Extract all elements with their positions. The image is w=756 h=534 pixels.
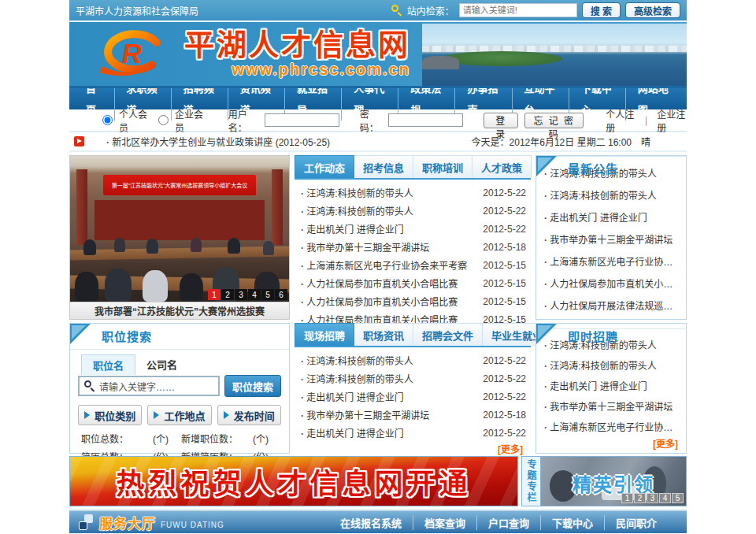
tab-work-news[interactable]: 工作动态 [295, 155, 354, 178]
personal-member-label[interactable]: 个人会员 [119, 107, 149, 134]
photo-page-button[interactable]: 2 [221, 289, 234, 300]
list-item-title[interactable]: 汪鸿涛:科技创新的带头人 [544, 358, 681, 372]
work-news-list: 汪鸿涛:科技创新的带头人2012-5-22 汪鸿涛:科技创新的带头人2012-5… [295, 180, 531, 328]
site-search-input[interactable] [459, 3, 577, 17]
celebration-banner[interactable]: 热烈祝贺人才信息网开通 [69, 456, 518, 506]
list-item[interactable]: 汪鸿涛:科技创新的带头人 [544, 354, 681, 375]
special-column-label[interactable]: 专题专栏 [522, 457, 541, 506]
username-input[interactable] [265, 113, 339, 127]
list-item-title[interactable]: 我市举办第十三期金平湖讲坛 [544, 399, 681, 413]
link-online-registration[interactable]: 在线报名系统 [329, 515, 413, 530]
advanced-search-button[interactable]: 高级检索 [625, 2, 680, 18]
list-item-title[interactable]: 人力社保局开展法律法规巡回培训 [544, 299, 681, 312]
news-item-title[interactable]: 上海浦东新区光电子行业协会来平考察 [301, 258, 478, 272]
login-button[interactable]: 登 录 [484, 113, 518, 128]
elite-banner[interactable]: 精英引领 1 2 3 4 5 [541, 457, 686, 506]
link-archive-query[interactable]: 档案查询 [413, 515, 476, 530]
tab-title-training[interactable]: 职称培训 [413, 155, 472, 178]
photo-page-button[interactable]: 4 [248, 289, 261, 300]
list-item-title[interactable]: 上海浦东新区光电子行业协会来平考 [544, 420, 681, 433]
link-private-agency[interactable]: 民间职介 [604, 515, 668, 530]
list-item[interactable]: 走出机关门 进得企业门 [544, 206, 681, 228]
news-item[interactable]: 走出机关门 进得企业门2012-5-22 [301, 220, 526, 238]
latest-notice-panel: 最新公告 汪鸿涛:科技创新的带头人 汪鸿涛:科技创新的带头人 走出机关门 进得企… [536, 155, 687, 320]
list-item[interactable]: 人力社保局开展法律法规巡回培训 [544, 294, 681, 316]
news-item-title[interactable]: 走出机关门 进得企业门 [301, 426, 478, 439]
filter-job-category[interactable]: 职位类别 [78, 405, 142, 425]
news-item-title[interactable]: 汪鸿涛:科技创新的带头人 [301, 372, 478, 385]
news-item[interactable]: 我市举办第十三期金平湖讲坛2012-5-18 [301, 238, 526, 256]
news-item-title[interactable]: 汪鸿涛:科技创新的带头人 [301, 354, 478, 367]
tab-onsite-recruit[interactable]: 现场招聘 [295, 323, 354, 346]
list-item-title[interactable]: 走出机关门 进得企业门 [544, 379, 681, 392]
news-item-title[interactable]: 我市举办第十三期金平湖讲坛 [301, 408, 478, 421]
tab-talent-policy[interactable]: 人才政策 [472, 155, 532, 178]
photo-page-button[interactable]: 1 [208, 289, 220, 300]
job-keyword-input[interactable]: 请输入关键字…… [78, 376, 220, 396]
elite-page-button[interactable]: 4 [659, 493, 671, 503]
personal-member-radio[interactable] [102, 115, 113, 125]
news-item[interactable]: 上海浦东新区光电子行业协会来平考察2012-5-15 [301, 256, 526, 274]
more-link[interactable]: [更多] [536, 436, 686, 453]
tab-exam-info[interactable]: 招考信息 [354, 155, 413, 178]
company-register-link[interactable]: 企业注册 [657, 107, 687, 134]
photo-caption[interactable]: 我市部署“江苏技能状元”大赛常州选拔赛 [70, 302, 289, 319]
filter-work-location[interactable]: 工作地点 [147, 405, 211, 425]
news-item[interactable]: 人力社保局参加市直机关小合唱比赛2012-5-15 [301, 274, 526, 292]
tab-workplace-info[interactable]: 职场资讯 [354, 323, 413, 346]
news-item[interactable]: 人力社保局参加市直机关小合唱比赛2012-5-15 [301, 292, 526, 310]
ticker-text[interactable]: 新北区举办大学生创业与就业政策讲座 (2012-05-25) [106, 135, 330, 148]
list-item[interactable]: 汪鸿涛:科技创新的带头人 [544, 184, 681, 206]
tab-company-name[interactable]: 公司名 [135, 354, 188, 375]
company-member-label[interactable]: 企业会员 [175, 107, 205, 134]
news-item[interactable]: 走出机关门 进得企业门2012-5-22 [301, 424, 526, 442]
list-item[interactable]: 走出机关门 进得企业门 [544, 375, 681, 395]
photo-page-button[interactable]: 3 [235, 289, 247, 300]
personal-register-link[interactable]: 个人注册 [606, 107, 636, 134]
news-item[interactable]: 汪鸿涛:科技创新的带头人2012-5-22 [301, 184, 526, 202]
news-item[interactable]: 汪鸿涛:科技创新的带头人2012-5-22 [301, 351, 526, 369]
instant-recruit-panel: 即时招聘 汪鸿涛:科技创新的带头人 汪鸿涛:科技创新的带头人 走出机关门 进得企… [536, 323, 687, 454]
elite-page-button[interactable]: 5 [672, 493, 684, 503]
news-item-title[interactable]: 走出机关门 进得企业门 [301, 390, 478, 403]
list-item-title[interactable]: 汪鸿涛:科技创新的带头人 [544, 188, 681, 202]
list-item[interactable]: 我市举办第十三期金平湖讲坛 [544, 228, 681, 250]
list-item[interactable]: 上海浦东新区光电子行业协会来平考 [544, 416, 681, 436]
password-input[interactable] [388, 113, 463, 127]
photo-pager: 1 2 3 4 5 6 [208, 289, 287, 300]
list-item-title[interactable]: 我市举办第十三期金平湖讲坛 [544, 232, 681, 246]
photo-page-button[interactable]: 6 [275, 289, 287, 300]
news-item-title[interactable]: 走出机关门 进得企业门 [301, 222, 478, 235]
news-item[interactable]: 我市举办第十三期金平湖讲坛2012-5-18 [301, 406, 526, 424]
photo-page-button[interactable]: 5 [261, 289, 274, 300]
news-item-title[interactable]: 我市举办第十三期金平湖讲坛 [301, 240, 478, 254]
filter-publish-time[interactable]: 发布时间 [217, 405, 281, 425]
news-item[interactable]: 走出机关门 进得企业门2012-5-22 [301, 388, 526, 406]
tab-job-name[interactable]: 职位名 [81, 354, 135, 375]
conference-photo[interactable]: 第一届“江苏技能状元”大赛常州选拔赛领导小组扩大会议 1 [70, 156, 289, 302]
elite-page-button[interactable]: 2 [634, 493, 646, 503]
site-search-button[interactable]: 搜 索 [582, 2, 621, 18]
link-download-center[interactable]: 下载中心 [540, 515, 604, 530]
news-item[interactable]: 汪鸿涛:科技创新的带头人2012-5-22 [301, 369, 526, 388]
silhouette [83, 239, 96, 255]
list-item-title[interactable]: 上海浦东新区光电子行业协会来平考 [544, 254, 681, 268]
company-member-radio[interactable] [158, 115, 169, 125]
list-item[interactable]: 人力社保局参加市直机关小合唱比赛 [544, 272, 681, 294]
tab-jobfair-files[interactable]: 招聘会文件 [413, 323, 483, 346]
list-item[interactable]: 上海浦东新区光电子行业协会来平考 [544, 250, 681, 272]
elite-page-button[interactable]: 1 [621, 493, 633, 503]
elite-page-button[interactable]: 3 [647, 493, 658, 503]
news-item-date: 2012-5-15 [483, 278, 526, 289]
list-item[interactable]: 我市举办第十三期金平湖讲坛 [544, 395, 681, 416]
news-item-title[interactable]: 人力社保局参加市直机关小合唱比赛 [301, 276, 478, 290]
news-item[interactable]: 汪鸿涛:科技创新的带头人2012-5-22 [301, 202, 526, 220]
link-hukou-query[interactable]: 户口查询 [476, 515, 540, 530]
forgot-password-button[interactable]: 忘 记 密 码 [524, 113, 584, 128]
list-item-title[interactable]: 人力社保局参加市直机关小合唱比赛 [544, 276, 681, 290]
news-item-title[interactable]: 汪鸿涛:科技创新的带头人 [301, 186, 478, 199]
list-item-title[interactable]: 走出机关门 进得企业门 [544, 210, 681, 224]
news-item-title[interactable]: 人力社保局参加市直机关小合唱比赛 [301, 295, 478, 308]
job-search-button[interactable]: 职位搜索 [224, 375, 281, 397]
news-item-title[interactable]: 汪鸿涛:科技创新的带头人 [301, 204, 478, 217]
